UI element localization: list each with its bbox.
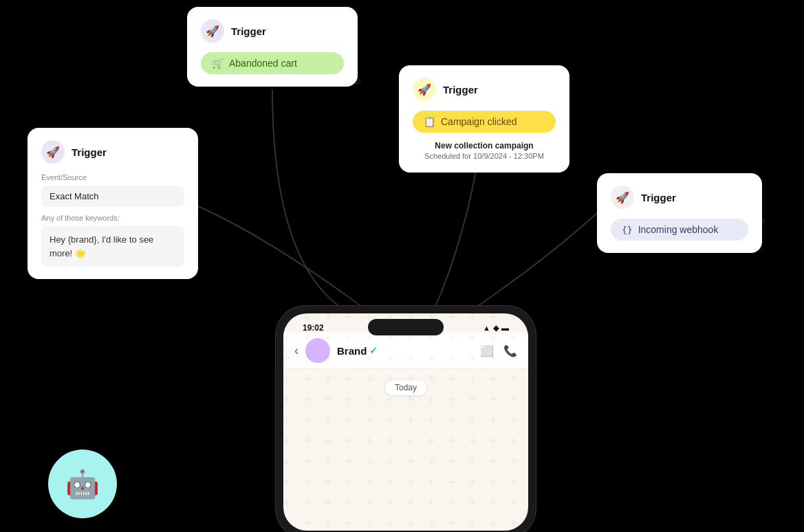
trigger-title-webhook: Trigger bbox=[641, 192, 676, 203]
keywords-value: Hey {brand}, I'd like to see more! 🌟 bbox=[41, 226, 184, 267]
phone-mockup: 19:02 ▲ ◆ ▬ ‹ Brand ✓ ⬜ bbox=[275, 305, 536, 532]
pill-abandoned-label: Abandoned cart bbox=[229, 58, 297, 69]
trigger-header-campaign: 🚀 Trigger bbox=[413, 78, 556, 101]
exact-match-input: Exact Match bbox=[41, 186, 184, 207]
event-source-label: Event/Source bbox=[41, 173, 184, 181]
trigger-title-exact: Trigger bbox=[72, 146, 107, 158]
trigger-icon-abandoned: 🚀 bbox=[201, 19, 224, 43]
pill-campaign: 📋 Campaign clicked bbox=[413, 111, 556, 133]
trigger-title-campaign: Trigger bbox=[443, 84, 478, 96]
trigger-header-webhook: 🚀 Trigger bbox=[611, 186, 748, 209]
cart-icon: 🛒 bbox=[212, 58, 224, 69]
trigger-header-abandoned: 🚀 Trigger bbox=[201, 19, 344, 43]
phone-notch bbox=[368, 319, 444, 335]
pill-webhook: {} Incoming webhook bbox=[611, 219, 748, 241]
trigger-card-webhook: 🚀 Trigger {} Incoming webhook bbox=[597, 173, 762, 253]
wifi-icon: ◆ bbox=[493, 324, 499, 333]
trigger-icon-exact: 🚀 bbox=[41, 140, 65, 164]
trigger-card-campaign: 🚀 Trigger 📋 Campaign clicked New collect… bbox=[399, 65, 569, 173]
keywords-label: Any of those keywords: bbox=[41, 214, 184, 222]
phone-time: 19:02 bbox=[297, 320, 324, 333]
campaign-sub-title: New collection campaign bbox=[413, 141, 556, 151]
trigger-card-exact: 🚀 Trigger Event/Source Exact Match Any o… bbox=[28, 128, 198, 279]
webhook-icon: {} bbox=[622, 225, 633, 235]
trigger-title-abandoned: Trigger bbox=[231, 25, 266, 37]
mascot-circle: 🤖 bbox=[48, 450, 117, 518]
signal-icon: ▲ bbox=[483, 324, 490, 332]
trigger-icon-campaign: 🚀 bbox=[413, 78, 436, 101]
phone-status-icons: ▲ ◆ ▬ bbox=[483, 321, 514, 333]
battery-icon: ▬ bbox=[501, 324, 509, 332]
pill-abandoned-cart: 🛒 Abandoned cart bbox=[201, 52, 344, 74]
pill-webhook-label: Incoming webhook bbox=[638, 224, 719, 235]
trigger-header-exact: 🚀 Trigger bbox=[41, 140, 184, 164]
chat-bg-pattern bbox=[283, 313, 528, 531]
pill-campaign-label: Campaign clicked bbox=[441, 116, 517, 127]
trigger-card-abandoned: 🚀 Trigger 🛒 Abandoned cart bbox=[187, 7, 358, 87]
campaign-icon: 📋 bbox=[424, 116, 435, 127]
mascot-emoji: 🤖 bbox=[65, 468, 100, 500]
campaign-sub-date: Scheduled for 10/9/2024 - 12:30PM bbox=[413, 152, 556, 160]
phone-screen: 19:02 ▲ ◆ ▬ ‹ Brand ✓ ⬜ bbox=[283, 313, 528, 531]
phone-outer: 19:02 ▲ ◆ ▬ ‹ Brand ✓ ⬜ bbox=[275, 305, 536, 532]
canvas: 🚀 Trigger 🛒 Abandoned cart 🚀 Trigger 📋 C… bbox=[0, 0, 804, 532]
trigger-icon-webhook: 🚀 bbox=[611, 186, 634, 209]
